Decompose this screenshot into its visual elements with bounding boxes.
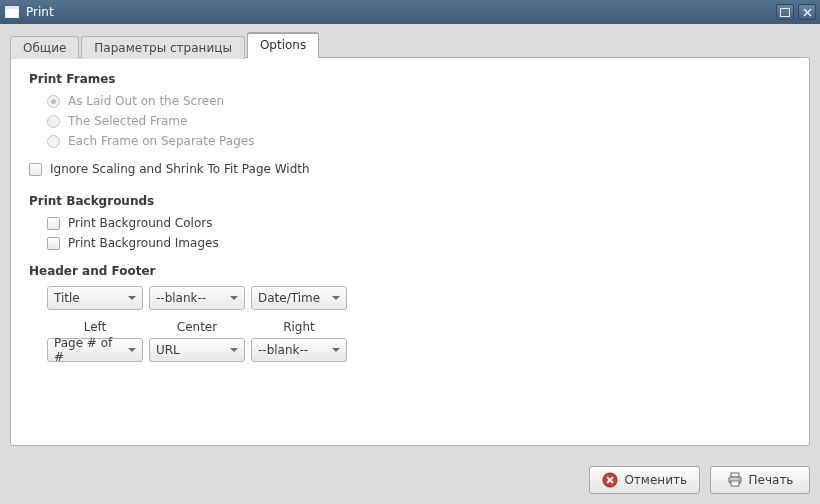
radio-label: Each Frame on Separate Pages [68, 134, 254, 148]
close-button[interactable] [798, 4, 816, 20]
titlebar[interactable]: Print [0, 0, 820, 24]
svg-rect-10 [731, 481, 739, 486]
radio-selected-frame: The Selected Frame [47, 114, 791, 128]
hf-label-right: Right [251, 320, 347, 334]
combo-footer-left[interactable]: Page # of # [47, 338, 143, 362]
radio-icon [47, 115, 60, 128]
printer-icon [727, 472, 743, 488]
checkbox-icon [47, 237, 60, 250]
svg-rect-1 [5, 6, 19, 9]
window-title: Print [26, 5, 776, 19]
radio-as-laid-out: As Laid Out on the Screen [47, 94, 791, 108]
checkbox-icon [47, 217, 60, 230]
section-print-backgrounds: Print Backgrounds [29, 194, 791, 208]
options-panel: Print Frames As Laid Out on the Screen T… [10, 57, 810, 446]
checkbox-icon [29, 163, 42, 176]
checkbox-bg-colors[interactable]: Print Background Colors [47, 216, 791, 230]
tab-general[interactable]: Общие [10, 36, 79, 59]
print-dialog-window: Print Общие Параметры страницы Options P… [0, 0, 820, 504]
print-button[interactable]: Печать [710, 466, 810, 494]
window-app-icon [4, 4, 20, 20]
checkbox-label: Print Background Colors [68, 216, 212, 230]
checkbox-ignore-scaling[interactable]: Ignore Scaling and Shrink To Fit Page Wi… [29, 162, 791, 176]
checkbox-label: Print Background Images [68, 236, 219, 250]
checkbox-bg-images[interactable]: Print Background Images [47, 236, 791, 250]
combo-footer-center[interactable]: URL [149, 338, 245, 362]
hf-label-center: Center [149, 320, 245, 334]
svg-point-11 [738, 478, 740, 480]
svg-rect-2 [781, 8, 790, 16]
svg-rect-8 [731, 473, 739, 477]
radio-each-frame-separate: Each Frame on Separate Pages [47, 134, 791, 148]
radio-icon [47, 95, 60, 108]
print-label: Печать [749, 473, 794, 487]
hf-label-left: Left [47, 320, 143, 334]
combo-footer-right[interactable]: --blank-- [251, 338, 347, 362]
button-bar: Отменить Печать [0, 456, 820, 504]
radio-icon [47, 135, 60, 148]
cancel-label: Отменить [624, 473, 687, 487]
tab-options[interactable]: Options [247, 32, 319, 58]
cancel-button[interactable]: Отменить [589, 466, 700, 494]
combo-header-left[interactable]: Title [47, 286, 143, 310]
radio-label: The Selected Frame [68, 114, 187, 128]
section-header-footer: Header and Footer [29, 264, 791, 278]
radio-label: As Laid Out on the Screen [68, 94, 224, 108]
tab-row: Общие Параметры страницы Options [10, 32, 810, 58]
checkbox-label: Ignore Scaling and Shrink To Fit Page Wi… [50, 162, 310, 176]
section-print-frames: Print Frames [29, 72, 791, 86]
maximize-button[interactable] [776, 4, 794, 20]
tab-page-setup[interactable]: Параметры страницы [81, 36, 245, 59]
combo-header-right[interactable]: Date/Time [251, 286, 347, 310]
cancel-icon [602, 472, 618, 488]
combo-header-center[interactable]: --blank-- [149, 286, 245, 310]
